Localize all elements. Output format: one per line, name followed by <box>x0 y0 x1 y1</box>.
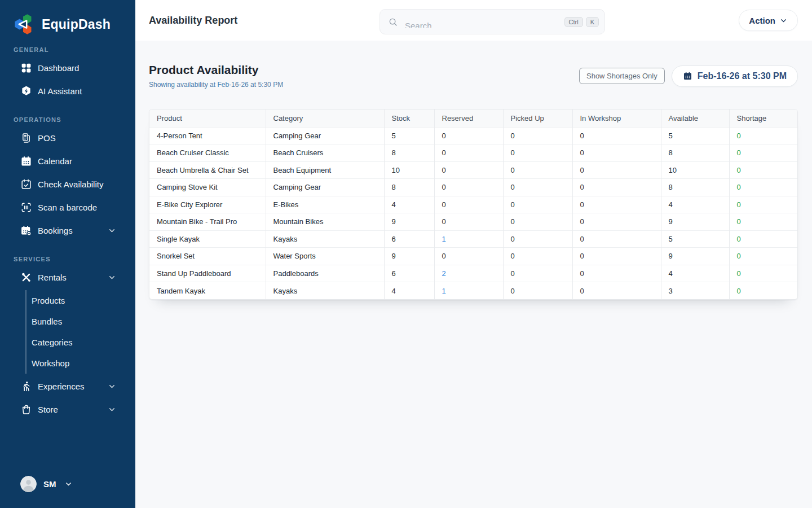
search-icon <box>388 17 398 27</box>
sidebar-item-label: Dashboard <box>38 63 79 73</box>
cell-product: Snorkel Set <box>149 248 266 265</box>
sidebar-item-pos[interactable]: POS <box>0 126 135 150</box>
app-logo[interactable]: EquipDash <box>0 0 135 36</box>
chevron-down-icon <box>108 226 116 235</box>
cell-shortage: 0 <box>729 144 798 162</box>
cell-in-workshop: 0 <box>572 282 661 300</box>
sidebar-item-rentals[interactable]: Rentals <box>0 266 135 289</box>
cell-category: Water Sports <box>266 248 384 265</box>
calendar-icon <box>20 155 32 167</box>
section-label-services: SERVICES <box>14 256 122 262</box>
cell-reserved: 0 <box>434 196 503 213</box>
col-header-category: Category <box>266 110 384 127</box>
main-area: Availability Report Search Ctrl K Action… <box>135 0 812 508</box>
app-root: EquipDash GENERALDashboardAI AssistantOP… <box>0 0 812 508</box>
date-picker-button[interactable]: Feb-16-26 at 5:30 PM <box>672 65 798 87</box>
cell-shortage: 0 <box>729 248 798 265</box>
sidebar-item-label: Scan a barcode <box>38 203 97 212</box>
cell-in-workshop: 0 <box>572 196 661 213</box>
cell-stock: 9 <box>384 248 434 265</box>
cell-stock: 4 <box>384 282 434 300</box>
hiker-icon <box>20 380 32 392</box>
date-picker-label: Feb-16-26 at 5:30 PM <box>698 71 787 81</box>
cell-reserved[interactable]: 2 <box>434 265 503 282</box>
dashboard-icon <box>20 62 32 74</box>
cell-in-workshop: 0 <box>572 213 661 231</box>
sidebar-item-calendar[interactable]: Calendar <box>0 150 135 173</box>
sidebar-item-dashboard[interactable]: Dashboard <box>0 56 135 80</box>
cell-product: Beach Cruiser Classic <box>149 144 266 162</box>
chevron-down-icon <box>108 382 116 391</box>
table-row: Snorkel SetWater Sports900090 <box>149 248 798 265</box>
app-name: EquipDash <box>42 17 111 32</box>
sidebar-item-label: POS <box>38 133 56 143</box>
cell-picked-up: 0 <box>503 230 572 248</box>
sidebar-item-label: Rentals <box>38 273 67 282</box>
sidebar-item-scan-a-barcode[interactable]: Scan a barcode <box>0 196 135 219</box>
sidebar-subitem-products[interactable]: Products <box>32 290 135 311</box>
user-menu[interactable]: SM <box>0 466 135 508</box>
cell-stock: 8 <box>384 144 434 162</box>
cell-reserved: 0 <box>434 144 503 162</box>
cell-category: Kayaks <box>266 282 384 300</box>
cell-category: E-Bikes <box>266 196 384 213</box>
table-row: Camping Stove KitCamping Gear800080 <box>149 179 798 196</box>
availability-subtitle: Showing availability at Feb-16-26 at 5:3… <box>149 81 283 89</box>
sidebar: EquipDash GENERALDashboardAI AssistantOP… <box>0 0 135 508</box>
sidebar-item-store[interactable]: Store <box>0 398 135 421</box>
sidebar-subitem-categories[interactable]: Categories <box>32 332 135 353</box>
chevron-down-icon <box>779 16 788 25</box>
cell-shortage: 0 <box>729 196 798 213</box>
chevron-down-icon <box>108 273 116 282</box>
kbd-ctrl: Ctrl <box>564 17 583 27</box>
cell-stock: 9 <box>384 213 434 231</box>
action-button[interactable]: Action <box>739 10 798 31</box>
cell-product: E-Bike City Explorer <box>149 196 266 213</box>
col-header-in-workshop: In Workshop <box>572 110 661 127</box>
sidebar-item-label: Experiences <box>38 382 85 391</box>
cell-stock: 6 <box>384 265 434 282</box>
sidebar-item-experiences[interactable]: Experiences <box>0 375 135 398</box>
cell-shortage: 0 <box>729 179 798 196</box>
kbd-k: K <box>586 17 599 27</box>
sidebar-item-check-availability[interactable]: Check Availability <box>0 173 135 196</box>
cell-reserved: 0 <box>434 161 503 179</box>
table-row: Stand Up PaddleboardPaddleboards620040 <box>149 265 798 282</box>
chevron-down-icon <box>64 480 73 488</box>
cell-shortage: 0 <box>729 213 798 231</box>
cell-product: Camping Stove Kit <box>149 179 266 196</box>
cell-category: Mountain Bikes <box>266 213 384 231</box>
cell-available: 5 <box>661 127 729 144</box>
table-row: Beach Cruiser ClassicBeach Cruisers80008… <box>149 144 798 162</box>
content: Product Availability Showing availabilit… <box>135 41 812 300</box>
ai-assistant-icon <box>20 85 32 97</box>
sidebar-subitem-workshop[interactable]: Workshop <box>32 353 135 374</box>
cell-reserved: 0 <box>434 127 503 144</box>
cell-picked-up: 0 <box>503 161 572 179</box>
equipdash-logo-icon <box>12 12 36 36</box>
section-label-operations: OPERATIONS <box>14 116 122 123</box>
sidebar-nav: GENERALDashboardAI AssistantOPERATIONSPO… <box>0 36 135 421</box>
cell-shortage: 0 <box>729 161 798 179</box>
cell-picked-up: 0 <box>503 196 572 213</box>
table-row: Beach Umbrella & Chair SetBeach Equipmen… <box>149 161 798 179</box>
cell-category: Camping Gear <box>266 179 384 196</box>
cell-available: 8 <box>661 144 729 162</box>
cell-reserved[interactable]: 1 <box>434 230 503 248</box>
sidebar-item-ai-assistant[interactable]: AI Assistant <box>0 80 135 103</box>
search-input[interactable]: Search Ctrl K <box>379 9 605 34</box>
sidebar-item-bookings[interactable]: Bookings <box>0 219 135 242</box>
topbar: Availability Report Search Ctrl K Action <box>135 0 812 41</box>
cell-available: 9 <box>661 248 729 265</box>
user-initials: SM <box>43 479 56 489</box>
sidebar-subitem-bundles[interactable]: Bundles <box>32 311 135 332</box>
cell-in-workshop: 0 <box>572 265 661 282</box>
shopping-bag-icon <box>20 404 32 415</box>
show-shortages-button[interactable]: Show Shortages Only <box>579 68 665 84</box>
cell-reserved[interactable]: 1 <box>434 282 503 300</box>
cell-shortage: 0 <box>729 282 798 300</box>
col-header-product: Product <box>149 110 266 127</box>
rentals-paddles-icon <box>20 271 32 283</box>
section-title: Product Availability <box>149 63 283 77</box>
cell-available: 4 <box>661 265 729 282</box>
